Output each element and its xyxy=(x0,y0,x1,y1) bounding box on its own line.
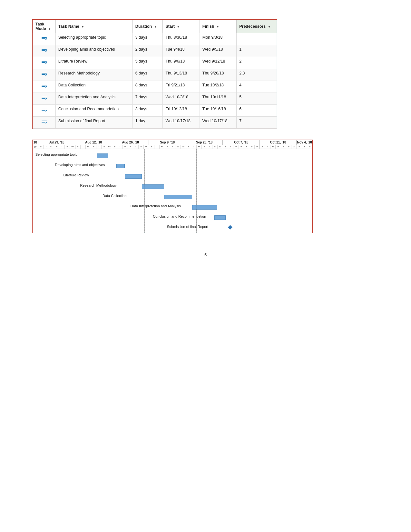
svg-rect-7 xyxy=(42,62,45,63)
th-predecessors[interactable]: Predecessors ▼ xyxy=(237,20,277,33)
th-task-name[interactable]: Task Name ▼ xyxy=(55,20,132,33)
gantt-section: 18 Jul 29, '18 Aug 12, '18 Aug 26, '18 S… xyxy=(32,140,379,233)
task-name-cell: Research Methodology xyxy=(55,69,132,81)
sort-arrow-pred: ▼ xyxy=(268,25,271,28)
task-mode-icon xyxy=(41,47,47,54)
gantt-body: Selecting appropriate topicDeveloping ai… xyxy=(33,149,312,233)
task-mode-icon xyxy=(41,35,47,42)
task-mode-cell xyxy=(33,57,56,69)
task-name-cell: Selecting appropriate topic xyxy=(55,33,132,45)
gantt-task-label: Data Collection xyxy=(103,194,127,198)
finish-cell: Tue 10/16/18 xyxy=(200,105,236,117)
finish-cell: Mon 9/3/18 xyxy=(200,33,236,45)
task-mode-cell xyxy=(33,105,56,117)
sort-arrow-mode: ▼ xyxy=(48,27,51,31)
start-cell: Thu 9/13/18 xyxy=(163,69,200,81)
duration-cell: 1 day xyxy=(132,117,163,129)
sort-arrow-duration: ▼ xyxy=(154,25,157,28)
gantt-month-nov4: Nov 4, '18 xyxy=(297,140,312,145)
gantt-bar xyxy=(192,205,217,210)
gantt-day-w0: W xyxy=(33,145,38,149)
duration-cell: 6 days xyxy=(132,69,163,81)
task-mode-cell xyxy=(33,69,56,81)
gantt-task-label: Selecting appropriate topic xyxy=(35,153,77,156)
start-cell: Wed 10/3/18 xyxy=(163,93,200,105)
finish-cell: Tue 10/2/18 xyxy=(200,81,236,93)
svg-rect-9 xyxy=(42,73,47,74)
gantt-task-label: Litrature Review xyxy=(63,173,89,177)
svg-rect-6 xyxy=(42,61,47,62)
task-mode-icon xyxy=(41,119,47,125)
gantt-month-oct7: Oct 7, '18 xyxy=(223,140,259,145)
svg-rect-3 xyxy=(42,49,47,50)
svg-marker-11 xyxy=(46,74,47,75)
table-section: Task Mode ▼ Task Name ▼ Duration ▼ Start… xyxy=(32,19,379,140)
gantt-bar xyxy=(164,195,192,199)
svg-marker-23 xyxy=(46,122,47,123)
gantt-bar xyxy=(116,164,125,168)
start-cell: Fri 10/12/18 xyxy=(163,105,200,117)
gantt-month-oct21: Oct 21, '18 xyxy=(260,140,297,145)
svg-marker-14 xyxy=(46,86,47,87)
task-mode-cell xyxy=(33,81,56,93)
svg-rect-1 xyxy=(42,38,45,39)
task-mode-cell xyxy=(33,45,56,57)
gantt-month-sep23: Sep 23, '18 xyxy=(186,140,223,145)
predecessors-cell: 2 xyxy=(237,57,277,69)
gantt-month-18: 18 xyxy=(33,140,38,145)
svg-rect-15 xyxy=(42,97,47,97)
duration-cell: 2 days xyxy=(132,45,163,57)
svg-rect-13 xyxy=(42,86,45,87)
start-cell: Thu 9/6/18 xyxy=(163,57,200,69)
start-cell: Tue 9/4/18 xyxy=(163,45,200,57)
svg-rect-16 xyxy=(42,98,45,99)
duration-cell: 8 days xyxy=(132,81,163,93)
predecessors-cell xyxy=(237,33,277,45)
svg-rect-4 xyxy=(42,50,45,51)
table-row: Submission of final Report 1 day Wed 10/… xyxy=(33,117,277,129)
svg-rect-21 xyxy=(42,121,47,121)
sort-arrow-name: ▼ xyxy=(81,25,84,28)
start-cell: Wed 10/17/18 xyxy=(163,117,200,129)
gantt-day-t1: T xyxy=(44,145,49,149)
predecessors-cell: 2,3 xyxy=(237,69,277,81)
task-mode-icon xyxy=(41,107,47,113)
task-mode-icon xyxy=(41,59,47,66)
svg-rect-18 xyxy=(42,109,47,109)
svg-marker-2 xyxy=(46,38,47,39)
task-mode-icon xyxy=(41,71,47,78)
th-finish[interactable]: Finish ▼ xyxy=(200,20,236,33)
svg-rect-19 xyxy=(42,110,45,111)
task-mode-icon xyxy=(41,95,47,102)
finish-cell: Wed 9/12/18 xyxy=(200,57,236,69)
finish-cell: Thu 10/11/18 xyxy=(200,93,236,105)
duration-cell: 7 days xyxy=(132,93,163,105)
svg-rect-12 xyxy=(42,85,47,85)
gantt-day-s1: S xyxy=(38,145,44,149)
th-start[interactable]: Start ▼ xyxy=(163,20,200,33)
svg-rect-10 xyxy=(42,74,45,75)
task-table: Task Mode ▼ Task Name ▼ Duration ▼ Start… xyxy=(33,20,277,129)
start-cell: Thu 8/30/18 xyxy=(163,33,200,45)
sort-arrow-finish: ▼ xyxy=(216,25,219,28)
th-task-mode[interactable]: Task Mode ▼ xyxy=(33,20,56,33)
task-mode-icon xyxy=(41,83,47,90)
task-name-cell: Litrature Review xyxy=(55,57,132,69)
gantt-month-aug12: Aug 12, '18 xyxy=(75,140,112,145)
gantt-day-f1: F xyxy=(54,145,59,149)
task-mode-cell xyxy=(33,33,56,45)
grid-line-1 xyxy=(93,149,93,233)
gantt-day-w1: W xyxy=(70,145,75,149)
task-name-cell: Conclusion and Recommendetion xyxy=(55,105,132,117)
table-row: Data Interpretetion and Analysis 7 days … xyxy=(33,93,277,105)
predecessors-cell: 4 xyxy=(237,81,277,93)
svg-rect-0 xyxy=(42,37,47,38)
task-name-cell: Data Interpretetion and Analysis xyxy=(55,93,132,105)
gantt-task-label: Developing aims and objectives xyxy=(55,163,105,167)
table-row: Litrature Review 5 days Thu 9/6/18 Wed 9… xyxy=(33,57,277,69)
table-row: Developing aims and objectives 2 days Tu… xyxy=(33,45,277,57)
table-row: Research Methodology 6 days Thu 9/13/18 … xyxy=(33,69,277,81)
finish-cell: Thu 9/20/18 xyxy=(200,69,236,81)
th-duration[interactable]: Duration ▼ xyxy=(132,20,163,33)
gantt-day-m1: M xyxy=(49,145,54,149)
